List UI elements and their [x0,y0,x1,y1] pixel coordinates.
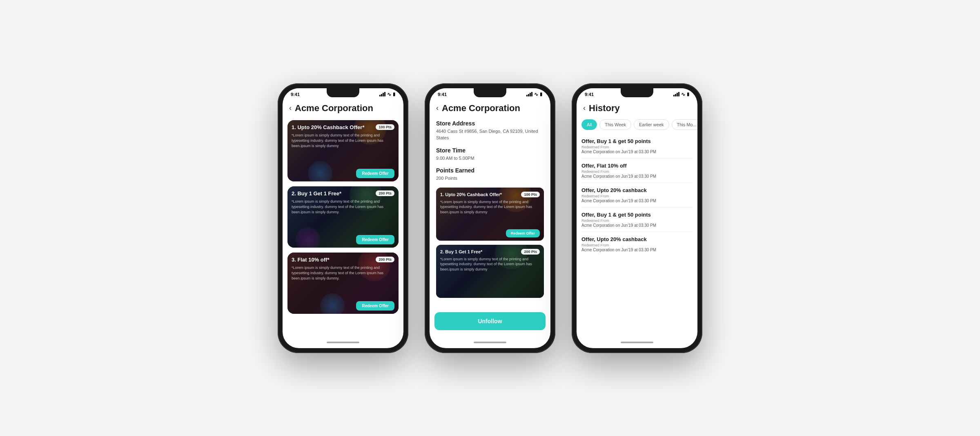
time-2: 9:41 [438,92,447,97]
phone-showcase: 9:41 ∿ ▮ ‹ Acme Corporation [278,83,702,353]
time-3: 9:41 [585,92,594,97]
history-list: Offer, Buy 1 & get 50 points Redeemed Fr… [577,134,697,335]
offer-desc-3: *Lorem ipsum is simply dummy text of the… [292,265,394,298]
home-indicator-area-2 [430,335,550,348]
history-item-3: Offer, Upto 20% cashback Redeemed From A… [581,183,693,208]
phone-3: 9:41 ∿ ▮ ‹ History [572,83,702,353]
home-indicator-3 [621,342,653,343]
signal-icon-2 [526,92,532,96]
store-address-value: 4640 Cass St #9856, San Diego, CA 92109,… [436,128,544,141]
offer-card-2: 200 Pts 2. Buy 1 Get 1 Free* *Lorem ipsu… [287,186,399,248]
notch-2 [474,88,506,97]
redeem-btn-3[interactable]: Redeem Offer [356,301,394,311]
history-item-5: Offer, Upto 20% cashback Redeemed From A… [581,232,693,256]
history-redeemed-detail-1: Acme Corporation on Jun'19 at 03.30 PM [581,150,693,154]
pts-badge-3: 200 Pts [376,257,394,262]
store-offer-card-1: 100 Pts 1. Upto 20% Cashback Offer* *Lor… [436,188,544,241]
home-indicator-2 [474,342,506,343]
home-indicator-area [283,335,403,348]
store-offer-desc-1: *Lorem ipsum is simply dummy text of the… [440,199,540,227]
notch-3 [621,88,653,97]
offer-desc-2: *Lorem ipsum is simply dummy text of the… [292,199,394,232]
offer-card-3: 200 Pts 3. Flat 10% off* *Lorem ipsum is… [287,253,399,314]
store-offer-desc-2: *Lorem ipsum is simply dummy text of the… [440,257,540,295]
pts-badge-1: 100 Pts [376,124,394,130]
filter-this-week[interactable]: This Week [599,119,631,130]
filter-earlier-week[interactable]: Earlier week [634,119,669,130]
back-button-2[interactable]: ‹ [436,104,439,112]
back-button[interactable]: ‹ [289,104,292,112]
store-offer-card-2: 200 Pts 2. Buy 1 Get 1 Free* *Lorem ipsu… [436,245,544,298]
store-pts-badge-2: 200 Pts [521,249,540,255]
store-redeem-btn-1[interactable]: Redeem Offer [506,229,540,237]
store-time-label: Store Time [436,147,544,154]
phone-1: 9:41 ∿ ▮ ‹ Acme Corporation [278,83,408,353]
pts-badge-2: 200 Pts [376,190,394,196]
history-redeemed-label-3: Redeemed From [581,194,693,198]
filter-all[interactable]: All [581,119,597,130]
page-header-2: ‹ Acme Corporation [430,99,550,117]
points-earned-value: 200 Points [436,175,544,182]
wifi-icon-2: ∿ [534,92,538,97]
history-offer-title-5: Offer, Upto 20% cashback [581,236,693,242]
points-earned-label: Points Earned [436,167,544,174]
filter-this-month[interactable]: This Mo... [672,119,697,130]
battery-icon-2: ▮ [540,92,542,97]
history-redeemed-detail-5: Acme Corporation on Jun'19 at 03.30 PM [581,248,693,252]
back-button-3[interactable]: ‹ [583,104,586,112]
store-time-value: 9.00 AM to 5.00PM [436,155,544,162]
history-redeemed-detail-2: Acme Corporation on Jun'19 at 03.30 PM [581,174,693,179]
store-pts-badge-1: 100 Pts [521,192,540,197]
history-redeemed-label-5: Redeemed From [581,243,693,247]
page-title: Acme Corporation [295,103,373,114]
phone-2: 9:41 ∿ ▮ ‹ Acme Corporation [425,83,555,353]
history-redeemed-label-4: Redeemed From [581,219,693,223]
wifi-icon: ∿ [387,92,391,97]
history-redeemed-detail-4: Acme Corporation on Jun'19 at 03.30 PM [581,223,693,228]
history-redeemed-detail-3: Acme Corporation on Jun'19 at 03.30 PM [581,199,693,203]
notch [327,88,359,97]
store-info: Store Address 4640 Cass St #9856, San Di… [430,117,550,312]
history-item-2: Offer, Flat 10% off Redeemed From Acme C… [581,159,693,183]
offer-desc-1: *Lorem ipsum is simply dummy text of the… [292,133,394,166]
time: 9:41 [291,92,300,97]
offers-list: 100 Pts 1. Upto 20% Cashback Offer* *Lor… [283,117,403,335]
history-offer-title-3: Offer, Upto 20% cashback [581,187,693,193]
wifi-icon-3: ∿ [681,92,685,97]
points-earned-section: Points Earned 200 Points [436,167,544,182]
signal-icon [379,92,385,96]
unfollow-button[interactable]: Unfollow [434,312,546,330]
home-indicator-area-3 [577,335,697,348]
status-icons-2: ∿ ▮ [526,92,542,97]
battery-icon-3: ▮ [687,92,689,97]
status-icons: ∿ ▮ [379,92,395,97]
filter-bar: All This Week Earlier week This Mo... [577,117,697,134]
store-time-section: Store Time 9.00 AM to 5.00PM [436,147,544,162]
home-indicator [327,342,359,343]
history-item-4: Offer, Buy 1 & get 50 points Redeemed Fr… [581,208,693,232]
store-address-label: Store Address [436,120,544,127]
history-redeemed-label-1: Redeemed From [581,145,693,149]
signal-icon-3 [673,92,679,96]
history-redeemed-label-2: Redeemed From [581,170,693,174]
history-offer-title-1: Offer, Buy 1 & get 50 points [581,138,693,144]
history-offer-title-4: Offer, Buy 1 & get 50 points [581,212,693,218]
history-offer-title-2: Offer, Flat 10% off [581,163,693,169]
store-address-section: Store Address 4640 Cass St #9856, San Di… [436,120,544,141]
redeem-btn-1[interactable]: Redeem Offer [356,169,394,178]
offer-card-1: 100 Pts 1. Upto 20% Cashback Offer* *Lor… [287,120,399,181]
page-header-3: ‹ History [577,99,697,117]
page-title-2: Acme Corporation [442,103,520,114]
redeem-btn-2[interactable]: Redeem Offer [356,235,394,244]
page-title-3: History [589,103,620,114]
page-header: ‹ Acme Corporation [283,99,403,117]
status-icons-3: ∿ ▮ [673,92,689,97]
history-item-1: Offer, Buy 1 & get 50 points Redeemed Fr… [581,134,693,159]
battery-icon: ▮ [393,92,395,97]
